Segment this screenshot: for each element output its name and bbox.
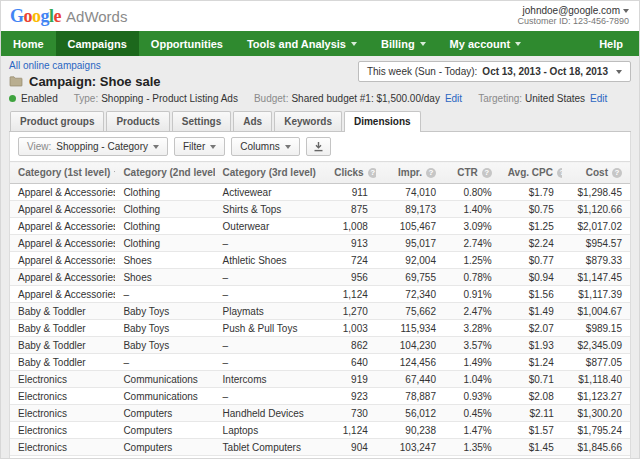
tab-product-groups[interactable]: Product groups xyxy=(10,111,104,131)
cell-category-1st-level: Apparel & Accessories xyxy=(10,184,115,201)
dimensions-table: Category (1st level)Category (2nd level)… xyxy=(10,161,630,458)
table-row[interactable]: Apparel & AccessoriesClothingActivewear9… xyxy=(10,184,630,201)
column-header-clicks[interactable]: Clicks? xyxy=(326,162,376,184)
column-header-category-1st-level[interactable]: Category (1st level) xyxy=(10,162,115,184)
nav-item-tools-and-analysis[interactable]: Tools and Analysis xyxy=(235,31,369,56)
enabled-status-icon xyxy=(9,95,16,102)
cell-impr: 103,247 xyxy=(376,439,444,456)
filter-dropdown[interactable]: Filter xyxy=(174,137,225,156)
cell-ctr: 1.49% xyxy=(444,354,500,371)
table-row[interactable]: ElectronicsComputers–72289,8451.58%$1.56… xyxy=(10,456,630,458)
cell-impr: 89,173 xyxy=(376,201,444,218)
cell-category-2nd-level: Baby Toys xyxy=(115,303,214,320)
cell-clicks: 1,124 xyxy=(326,422,376,439)
table-row[interactable]: Baby & Toddler––640124,4561.49%$1.24$877… xyxy=(10,354,630,371)
all-online-campaigns-link[interactable]: All online campaigns xyxy=(9,60,101,71)
help-icon[interactable]: ? xyxy=(426,168,436,178)
cell-category-3rd-level: Intercoms xyxy=(215,371,327,388)
help-icon[interactable]: ? xyxy=(612,168,622,178)
column-header-category-2nd-level[interactable]: Category (2nd level) xyxy=(115,162,214,184)
table-row[interactable]: ElectronicsCommunicationsIntercoms91967,… xyxy=(10,371,630,388)
nav-item-billing[interactable]: Billing xyxy=(369,31,438,56)
cell-cost: $954.57 xyxy=(562,235,630,252)
cell-category-1st-level: Apparel & Accessories xyxy=(10,252,115,269)
nav-item-home[interactable]: Home xyxy=(1,31,56,56)
cell-category-1st-level: Baby & Toddler xyxy=(10,337,115,354)
cell-category-3rd-level: – xyxy=(215,235,327,252)
account-email-menu[interactable]: johndoe@google.com xyxy=(517,5,629,16)
cell-clicks: 1,124 xyxy=(326,286,376,303)
type-value: Shopping - Product Listing Ads xyxy=(101,93,238,104)
cell-avg-cpc: $0.71 xyxy=(500,371,562,388)
cell-impr: 95,017 xyxy=(376,235,444,252)
table-row[interactable]: ElectronicsComputersHandheld Devices7305… xyxy=(10,405,630,422)
cell-ctr: 0.80% xyxy=(444,184,500,201)
table-row[interactable]: Baby & ToddlerBaby ToysPush & Pull Toys1… xyxy=(10,320,630,337)
date-range-selector[interactable]: This week (Sun - Today): Oct 13, 2013 - … xyxy=(358,61,631,82)
cell-impr: 75,662 xyxy=(376,303,444,320)
nav-item-opportunities[interactable]: Opportunities xyxy=(139,31,235,56)
help-icon[interactable]: ? xyxy=(368,168,376,178)
cell-avg-cpc: $1.45 xyxy=(500,439,562,456)
cell-category-1st-level: Electronics xyxy=(10,388,115,405)
cell-category-2nd-level: Clothing xyxy=(115,235,214,252)
cell-clicks: 904 xyxy=(326,439,376,456)
cell-category-2nd-level: Shoes xyxy=(115,269,214,286)
nav-item-campaigns[interactable]: Campaigns xyxy=(56,31,139,56)
budget-value: Shared budget #1: $1,500.00/day xyxy=(291,93,439,104)
help-icon[interactable]: ? xyxy=(557,168,562,178)
cell-impr: 72,340 xyxy=(376,286,444,303)
cell-clicks: 730 xyxy=(326,405,376,422)
targeting-edit-link[interactable]: Edit xyxy=(590,93,607,104)
cell-category-2nd-level: Baby Toys xyxy=(115,337,214,354)
cell-clicks: 724 xyxy=(326,252,376,269)
column-header-cost[interactable]: Cost? xyxy=(562,162,630,184)
download-button[interactable] xyxy=(306,137,331,156)
cell-category-2nd-level: Communications xyxy=(115,371,214,388)
column-label: Category (1st level) xyxy=(18,167,110,178)
table-row[interactable]: Apparel & AccessoriesClothing–91395,0172… xyxy=(10,235,630,252)
table-row[interactable]: Baby & ToddlerBaby Toys–862104,2303.57%$… xyxy=(10,337,630,354)
nav-item-my-account[interactable]: My account xyxy=(438,31,534,56)
cell-category-2nd-level: Communications xyxy=(115,388,214,405)
cell-ctr: 3.57% xyxy=(444,337,500,354)
help-icon[interactable]: ? xyxy=(482,168,492,178)
column-header-avg-cpc[interactable]: Avg. CPC? xyxy=(500,162,562,184)
tab-ads[interactable]: Ads xyxy=(233,111,272,131)
cell-clicks: 1,003 xyxy=(326,320,376,337)
sort-desc-icon xyxy=(114,171,115,176)
table-row[interactable]: Apparel & AccessoriesShoesAthletic Shoes… xyxy=(10,252,630,269)
table-row[interactable]: Baby & ToddlerBaby ToysPlaymats1,27075,6… xyxy=(10,303,630,320)
tab-keywords[interactable]: Keywords xyxy=(274,111,342,131)
tab-products[interactable]: Products xyxy=(106,111,169,131)
table-row[interactable]: Apparel & AccessoriesShoes–95669,7550.78… xyxy=(10,269,630,286)
column-header-ctr[interactable]: CTR? xyxy=(444,162,500,184)
view-label: View: xyxy=(27,141,51,152)
cell-category-2nd-level: Clothing xyxy=(115,184,214,201)
cell-avg-cpc: $0.75 xyxy=(500,201,562,218)
column-label: Impr. xyxy=(398,167,422,178)
view-dropdown[interactable]: View: Shopping - Category xyxy=(18,137,168,156)
tab-dimensions[interactable]: Dimensions xyxy=(344,111,421,132)
table-row[interactable]: ElectronicsCommunications–92378,8870.93%… xyxy=(10,388,630,405)
column-header-category-3rd-level[interactable]: Category (3rd level) xyxy=(215,162,327,184)
cell-category-1st-level: Apparel & Accessories xyxy=(10,269,115,286)
columns-dropdown[interactable]: Columns xyxy=(231,137,299,156)
cell-ctr: 2.47% xyxy=(444,303,500,320)
table-row[interactable]: Apparel & Accessories––1,12472,3400.91%$… xyxy=(10,286,630,303)
cell-category-2nd-level: Clothing xyxy=(115,201,214,218)
cell-cost: $879.33 xyxy=(562,252,630,269)
budget-edit-link[interactable]: Edit xyxy=(445,93,462,104)
cell-category-1st-level: Electronics xyxy=(10,456,115,458)
nav-item-help[interactable]: Help xyxy=(583,31,639,56)
cell-cost: $1,300.20 xyxy=(562,405,630,422)
cell-cost: $2,345.09 xyxy=(562,337,630,354)
table-row[interactable]: ElectronicsComputersLaptops1,12490,2381.… xyxy=(10,422,630,439)
table-row[interactable]: Apparel & AccessoriesClothingShirts & To… xyxy=(10,201,630,218)
table-row[interactable]: ElectronicsComputersTablet Computers9041… xyxy=(10,439,630,456)
table-row[interactable]: Apparel & AccessoriesClothingOuterwear1,… xyxy=(10,218,630,235)
column-header-impr[interactable]: Impr.? xyxy=(376,162,444,184)
cell-category-1st-level: Electronics xyxy=(10,405,115,422)
tab-settings[interactable]: Settings xyxy=(172,111,231,131)
cell-category-3rd-level: Tablet Computers xyxy=(215,439,327,456)
